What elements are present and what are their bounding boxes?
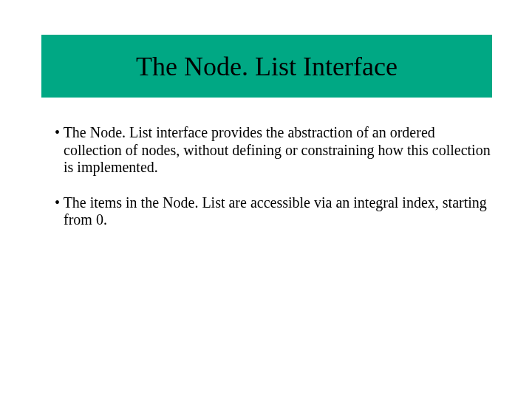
bullet-item: The Node. List interface provides the ab…: [55, 124, 491, 177]
title-bar: The Node. List Interface: [41, 35, 492, 98]
slide-title: The Node. List Interface: [136, 51, 398, 82]
slide: The Node. List Interface The Node. List …: [0, 0, 532, 399]
bullet-item: The items in the Node. List are accessib…: [55, 194, 491, 229]
bullet-list: The Node. List interface provides the ab…: [55, 124, 491, 247]
